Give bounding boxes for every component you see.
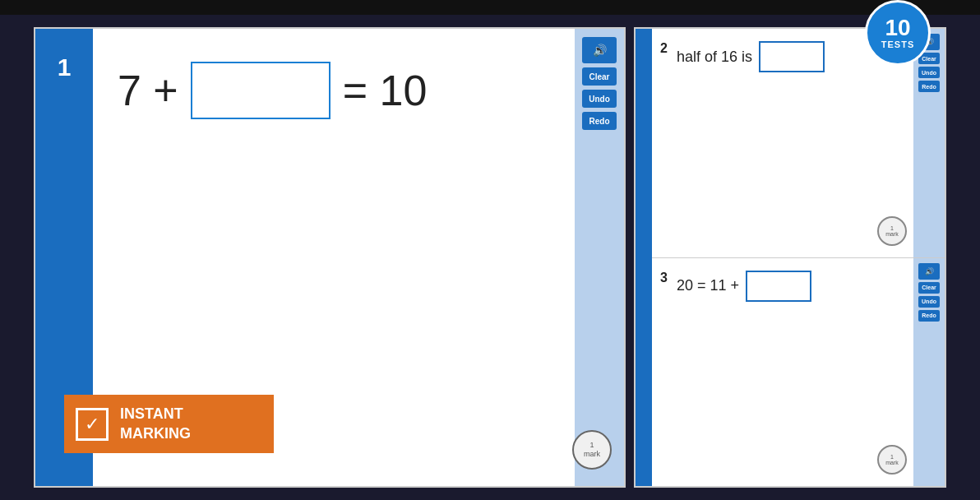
mark-circle: 1 mark xyxy=(572,430,612,470)
right-q2-number: 2 xyxy=(660,41,677,56)
top-bar xyxy=(0,0,980,15)
equation-part2: = 10 xyxy=(343,66,428,115)
right-q3-toolbar: 🔊 Clear Undo Redo 1 mark xyxy=(913,258,945,487)
left-panel: 1 7 + = 10 🔊 Clear Undo Redo 1 mark ✓ xyxy=(34,27,626,488)
right-q3-sound-icon: 🔊 xyxy=(925,267,934,275)
answer-input-box[interactable] xyxy=(191,62,331,119)
right-q3-redo-button[interactable]: Redo xyxy=(918,310,940,322)
right-q2-mark-circle: 1 mark xyxy=(877,216,907,246)
sound-icon: 🔊 xyxy=(593,44,607,57)
right-q3-text: 20 = 11 + xyxy=(677,277,739,294)
badge-label: TESTS xyxy=(881,39,914,49)
right-q3-mark-circle: 1 mark xyxy=(877,445,907,475)
clear-button[interactable]: Clear xyxy=(582,67,617,86)
right-q2-redo-button[interactable]: Redo xyxy=(918,81,940,92)
right-q2-undo-button[interactable]: Undo xyxy=(918,67,940,78)
right-q2-text: half of 16 is xyxy=(677,49,752,66)
right-q3-equation: 20 = 11 + xyxy=(677,271,811,302)
right-q2-answer-box[interactable] xyxy=(759,41,825,72)
right-q2-content: 2 half of 16 is xyxy=(652,29,913,257)
right-q3-sound-button[interactable]: 🔊 xyxy=(918,263,940,280)
right-q2-mark-number: 1 xyxy=(890,225,894,231)
right-q3-mark-label: mark xyxy=(885,460,899,465)
right-q3-mark-number: 1 xyxy=(890,454,894,460)
right-q3-content: 3 20 = 11 + xyxy=(652,258,913,487)
right-q3-clear-button[interactable]: Clear xyxy=(918,282,940,294)
badge-number: 10 xyxy=(885,16,910,39)
right-content: 2 half of 16 is 🔊 Clear Undo Redo xyxy=(652,29,945,486)
mark-number: 1 xyxy=(589,441,594,450)
sound-button[interactable]: 🔊 xyxy=(582,37,617,63)
left-toolbar: 🔊 Clear Undo Redo 1 mark xyxy=(575,29,624,486)
right-q2-equation: half of 16 is xyxy=(677,41,825,72)
right-q3-number: 3 xyxy=(660,271,677,285)
right-q2-mark-label: mark xyxy=(885,231,899,237)
left-question-number: 1 xyxy=(58,53,72,81)
equation: 7 + = 10 xyxy=(118,62,427,119)
instant-marking-banner: ✓ INSTANT MARKING xyxy=(64,395,274,453)
right-q3-answer-box[interactable] xyxy=(746,271,811,302)
right-q2-toolbar: 🔊 Clear Undo Redo 1 mark xyxy=(913,29,945,257)
tests-badge: 10 TESTS xyxy=(865,0,931,66)
right-q3-section: 3 20 = 11 + 🔊 Clear Undo Redo 1 xyxy=(652,258,945,487)
redo-button[interactable]: Redo xyxy=(582,112,617,130)
instant-marking-text: INSTANT MARKING xyxy=(120,405,191,443)
right-panel: 2 half of 16 is 🔊 Clear Undo Redo xyxy=(634,27,946,488)
right-q3-undo-button[interactable]: Undo xyxy=(918,296,940,308)
checkmark-icon: ✓ xyxy=(76,408,109,441)
undo-button[interactable]: Undo xyxy=(582,90,617,108)
right-sidebar xyxy=(636,29,652,486)
mark-label: mark xyxy=(584,450,600,459)
equation-part1: 7 + xyxy=(118,66,178,115)
main-content: 1 7 + = 10 🔊 Clear Undo Redo 1 mark ✓ xyxy=(17,19,963,496)
